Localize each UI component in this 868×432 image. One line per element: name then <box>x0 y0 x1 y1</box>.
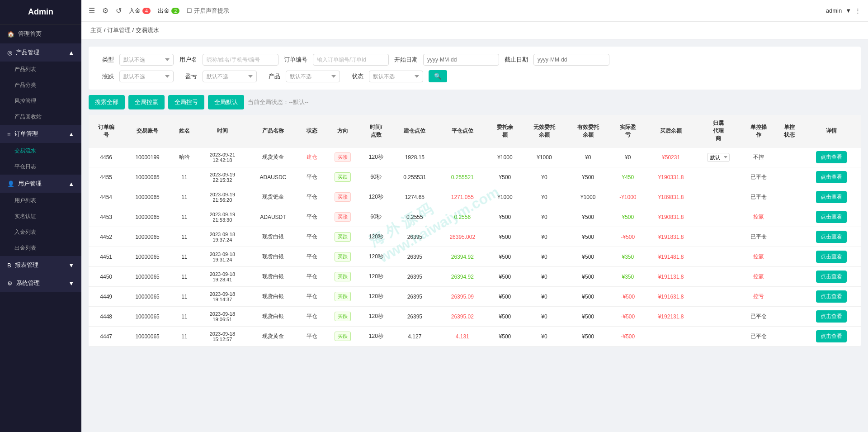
th-invalid-commission: 无效委托余额 <box>523 115 566 147</box>
sound-toggle[interactable]: ☐ 开启声音提示 <box>187 7 229 15</box>
withdraw-count: 2 <box>171 8 179 14</box>
chevron-up-icon2: ▲ <box>68 131 74 138</box>
sidebar-item-home[interactable]: 🏠 管理首页 <box>0 24 81 43</box>
sidebar-item-product-category[interactable]: 产品分类 <box>0 77 81 93</box>
cell-direction: 买涨 <box>325 207 360 227</box>
sidebar-section-product[interactable]: ◎ 产品管理 ▲ <box>0 43 81 62</box>
cell-detail[interactable]: 点击查看 <box>802 267 861 287</box>
sidebar-item-withdraw-list[interactable]: 出金列表 <box>0 240 81 256</box>
cell-control-action: 不控 <box>741 147 776 167</box>
cell-product: 现货白银 <box>247 307 299 327</box>
th-open-price: 建仓点位 <box>392 115 437 147</box>
sidebar-section-report[interactable]: B 报表管理 ▼ <box>0 256 81 274</box>
start-date-input[interactable] <box>423 54 499 66</box>
admin-label: admin <box>826 7 842 14</box>
cell-detail[interactable]: 点击查看 <box>802 147 861 167</box>
detail-button[interactable]: 点击查看 <box>816 330 847 342</box>
deposit-label: 入金 <box>129 7 141 15</box>
table-row: 4454 10000065 11 2023-09-1921:56:20 现货钯金… <box>89 187 861 207</box>
agent-select[interactable]: 默认 <box>707 153 730 162</box>
deposit-badge[interactable]: 入金 4 <box>129 7 151 15</box>
cell-name: 11 <box>171 227 198 247</box>
cell-detail[interactable]: 点击查看 <box>802 227 861 247</box>
detail-button[interactable]: 点击查看 <box>816 191 847 203</box>
breadcrumb-home[interactable]: 主页 <box>90 27 102 33</box>
sidebar-item-close-log[interactable]: 平仓日志 <box>0 159 81 175</box>
cell-profit-loss: ¥450 <box>610 167 646 187</box>
cell-control-action: 已平仓 <box>741 167 776 187</box>
cell-status: 平仓 <box>299 327 325 347</box>
cell-detail[interactable]: 点击查看 <box>802 287 861 307</box>
cell-detail[interactable]: 点击查看 <box>802 247 861 267</box>
cell-invalid-commission: ¥0 <box>523 207 566 227</box>
sidebar-item-product-recycle[interactable]: 产品回收站 <box>0 109 81 125</box>
account-select[interactable]: 默认不选 <box>203 71 257 82</box>
cell-status: 平仓 <box>299 187 325 207</box>
cell-agent <box>696 267 741 287</box>
detail-button[interactable]: 点击查看 <box>816 171 847 183</box>
global-default-button[interactable]: 全局默认 <box>208 95 244 109</box>
detail-button[interactable]: 点击查看 <box>816 211 847 223</box>
sidebar-section-user[interactable]: 👤 用户管理 ▲ <box>0 175 81 193</box>
cell-commission: ¥500 <box>487 207 522 227</box>
cell-open-price: 26395 <box>392 227 437 247</box>
cell-valid-commission: ¥500 <box>566 207 610 227</box>
detail-button[interactable]: 点击查看 <box>816 290 847 303</box>
cell-detail[interactable]: 点击查看 <box>802 307 861 327</box>
cell-agent[interactable]: 默认 <box>696 147 741 167</box>
detail-button[interactable]: 点击查看 <box>816 151 847 163</box>
cell-time-points: 120秒 <box>360 187 392 207</box>
product-select[interactable]: 默认不选 <box>286 71 340 82</box>
detail-button[interactable]: 点击查看 <box>816 310 847 323</box>
menu-icon[interactable]: ☰ <box>89 6 95 15</box>
cell-order-no: 4447 <box>89 327 123 347</box>
user-icon: 👤 <box>7 180 14 187</box>
product-section-label: 产品管理 <box>16 48 39 57</box>
cell-account: 10000065 <box>123 227 171 247</box>
sidebar-item-risk-control[interactable]: 风控管理 <box>0 93 81 109</box>
cell-detail[interactable]: 点击查看 <box>802 207 861 227</box>
order-no-input[interactable] <box>313 54 389 66</box>
refresh-icon[interactable]: ↺ <box>116 6 122 15</box>
rise-fall-select[interactable]: 默认不选 <box>119 71 174 82</box>
sidebar-item-trade-flow[interactable]: 交易流水 <box>0 143 81 159</box>
cell-detail[interactable]: 点击查看 <box>802 187 861 207</box>
search-all-button[interactable]: 搜索全部 <box>89 95 125 109</box>
global-control-win-button[interactable]: 全局控赢 <box>128 95 165 109</box>
global-control-loss-button[interactable]: 全局控亏 <box>168 95 204 109</box>
more-icon[interactable]: ⋮ <box>855 7 861 14</box>
cell-detail[interactable]: 点击查看 <box>802 167 861 187</box>
cell-status: 平仓 <box>299 167 325 187</box>
sidebar-logo: Admin <box>0 0 81 24</box>
username-input[interactable] <box>203 54 278 66</box>
admin-menu[interactable]: admin ▼ ⋮ <box>826 7 861 14</box>
sidebar-item-product-list[interactable]: 产品列表 <box>0 62 81 77</box>
status-select[interactable]: 默认不选 <box>369 71 423 82</box>
cell-profit-loss: -¥500 <box>610 287 646 307</box>
settings-icon[interactable]: ⚙ <box>102 6 108 15</box>
sidebar-item-user-list[interactable]: 用户列表 <box>0 193 81 209</box>
order-no-label: 订单编号 <box>284 56 307 64</box>
cell-control-status <box>776 247 802 267</box>
sidebar-section-order[interactable]: ≡ 订单管理 ▲ <box>0 125 81 143</box>
type-select[interactable]: 默认不选 <box>119 54 174 66</box>
cell-name: 11 <box>171 187 198 207</box>
breadcrumb-order[interactable]: 订单管理 <box>107 27 131 33</box>
main-content: ☰ ⚙ ↺ 入金 4 出金 2 ☐ 开启声音提示 admin ▼ ⋮ 主页 / … <box>81 0 868 432</box>
search-button[interactable]: 🔍 <box>429 70 447 82</box>
detail-button[interactable]: 点击查看 <box>816 271 847 283</box>
cell-balance-after: ¥191481.8 <box>646 247 696 267</box>
cell-close-price: 26395.09 <box>437 287 487 307</box>
sidebar-item-real-name[interactable]: 实名认证 <box>0 209 81 224</box>
cell-name: 11 <box>171 207 198 227</box>
detail-button[interactable]: 点击查看 <box>816 251 847 263</box>
detail-button[interactable]: 点击查看 <box>816 231 847 243</box>
cell-detail[interactable]: 点击查看 <box>802 327 861 347</box>
end-date-input[interactable] <box>533 54 609 66</box>
sidebar-item-deposit-list[interactable]: 入金列表 <box>0 224 81 240</box>
cell-close-price: 26395.002 <box>437 227 487 247</box>
cell-close-price: 26395.02 <box>437 307 487 327</box>
cell-agent <box>696 327 741 347</box>
withdraw-badge[interactable]: 出金 2 <box>158 7 179 15</box>
sidebar-section-system[interactable]: ⚙ 系统管理 ▼ <box>0 274 81 292</box>
